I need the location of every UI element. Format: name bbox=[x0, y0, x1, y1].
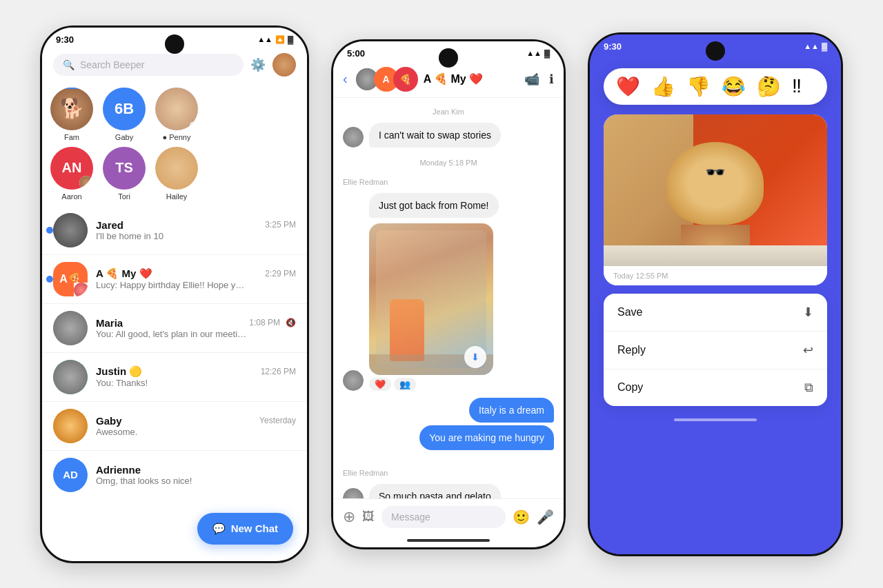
story-fam-label: Fam bbox=[64, 133, 79, 141]
chat-name-jared: Jared bbox=[96, 219, 123, 231]
context-reply[interactable]: Reply ↩ bbox=[604, 332, 827, 369]
story-aaron-label: Aaron bbox=[61, 192, 81, 201]
header-title: A 🍕 My ❤️ bbox=[424, 72, 484, 85]
chat-preview-adrienne: Omg, that looks so nice! bbox=[96, 476, 248, 486]
phone-1: 9:30 ▲▲ 🔼 ▓ 🔍 Search Beeper ⚙️ 🐕 bbox=[40, 26, 309, 563]
story-gaby-initials: 6B bbox=[115, 100, 134, 118]
reaction-heart[interactable]: ❤️ bbox=[616, 75, 640, 98]
story-aaron-dot bbox=[86, 183, 93, 190]
reaction-thumbsdown[interactable]: 👎 bbox=[686, 75, 711, 98]
msg-bubble-italy: Italy is a dream bbox=[469, 398, 554, 423]
chat-info-adrienne: Adrienne Omg, that looks so nice! bbox=[96, 464, 296, 486]
chat-name-gaby: Gaby bbox=[96, 415, 122, 427]
battery-icon: ▓ bbox=[288, 35, 293, 43]
signal-icon-3: ▲▲ bbox=[804, 42, 819, 50]
chat-info-justin: Justin 🟡 12:26 PM You: Thanks! bbox=[96, 365, 296, 388]
msg-row-2: Just got back from Rome! ⬇ ❤️ 👥 bbox=[343, 193, 554, 391]
reaction-exclaim[interactable]: ‼️ bbox=[792, 75, 802, 97]
dog-photo: 🕶️ bbox=[604, 114, 827, 266]
reaction-thumbsup[interactable]: 👍 bbox=[651, 75, 675, 98]
chat-info-jared: Jared 3:25 PM I'll be home in 10 bbox=[96, 219, 296, 241]
status-icons-1: ▲▲ 🔼 ▓ bbox=[257, 35, 293, 44]
phone-2: 5:00 ▲▲ ▓ ‹ A 🍕 A 🍕 My ❤️ 📹 bbox=[331, 39, 566, 549]
sender-avatar-1 bbox=[343, 127, 364, 148]
chat-header-info: A 🍕 A 🍕 My ❤️ bbox=[355, 67, 517, 92]
sender-name-3: Ellie Redman bbox=[343, 469, 554, 477]
copy-label: Copy bbox=[617, 381, 643, 394]
story-tori[interactable]: TS Tori bbox=[103, 147, 146, 201]
reaction-thinking[interactable]: 🤔 bbox=[757, 75, 781, 98]
context-save[interactable]: Save ⬇ bbox=[604, 294, 827, 332]
chat-item-maria[interactable]: Maria 1:08 PM 🔇 You: All good, let's pla… bbox=[42, 304, 307, 353]
story-gaby-label: Gaby bbox=[115, 133, 133, 141]
signal-icon: ▲▲ bbox=[257, 35, 272, 43]
back-button[interactable]: ‹ bbox=[343, 71, 348, 87]
story-penny-dot bbox=[190, 122, 197, 129]
sender-avatar-2 bbox=[343, 370, 364, 391]
heart-reaction: ❤️ bbox=[369, 378, 391, 391]
chat-time-justin: 12:26 PM bbox=[261, 367, 296, 376]
photo-message-3: 🕶️ Today 12:55 PM bbox=[604, 114, 827, 285]
chat-item-jared[interactable]: Jared 3:25 PM I'll be home in 10 bbox=[42, 206, 307, 255]
read-time: Read 5:23 PM bbox=[510, 454, 554, 462]
story-hailey[interactable]: Hailey bbox=[155, 147, 198, 201]
story-hailey-label: Hailey bbox=[166, 192, 188, 201]
photo-message: ⬇ ❤️ 👥 bbox=[369, 223, 499, 391]
unread-dot-agroup bbox=[46, 276, 53, 283]
welcome-bubble: Welcome toblue bubbles! bbox=[50, 88, 93, 89]
battery-icon-3: ▓ bbox=[822, 42, 827, 50]
chat-item-justin[interactable]: Justin 🟡 12:26 PM You: Thanks! bbox=[42, 353, 307, 402]
photo-timestamp: Today 12:55 PM bbox=[604, 266, 827, 285]
status-time-3: 9:30 bbox=[604, 41, 622, 52]
download-button[interactable]: ⬇ bbox=[464, 346, 486, 368]
new-chat-icon: 💬 bbox=[212, 523, 226, 535]
stories-row-1: 🐕 Welcome toblue bubbles! Fam 6B Gaby ● … bbox=[42, 82, 307, 147]
chat-time-gaby: Yesterday bbox=[259, 416, 296, 425]
chat-name-maria: Maria bbox=[96, 317, 123, 329]
emoji-button[interactable]: 🙂 bbox=[513, 509, 530, 525]
add-button[interactable]: ⊕ bbox=[343, 508, 355, 526]
status-time-1: 9:30 bbox=[56, 34, 74, 45]
story-gaby[interactable]: 6B Gaby bbox=[103, 88, 146, 141]
chat-item-adrienne[interactable]: AD Adrienne Omg, that looks so nice! bbox=[42, 451, 307, 499]
msg-bubble-3: So much pasta and gelato bbox=[369, 484, 501, 498]
chat-preview-justin: You: Thanks! bbox=[96, 378, 248, 388]
battery-icon-2: ▓ bbox=[544, 49, 550, 57]
header-avatar-group: A 🍕 bbox=[355, 67, 418, 92]
wifi-icon: 🔼 bbox=[275, 35, 285, 44]
status-icons-2: ▲▲ ▓ bbox=[526, 49, 550, 57]
search-icon: 🔍 bbox=[63, 59, 75, 70]
reaction-laugh[interactable]: 😂 bbox=[722, 75, 746, 98]
user-avatar[interactable] bbox=[272, 53, 296, 77]
sticker-button[interactable]: 🖼 bbox=[362, 509, 375, 524]
video-icon[interactable]: 📹 bbox=[524, 72, 539, 87]
phone-3: 9:30 ▲▲ ▓ ❤️ 👍 👎 😂 🤔 ‼️ bbox=[588, 32, 843, 556]
story-penny[interactable]: ● Penny bbox=[155, 88, 198, 141]
save-label: Save bbox=[617, 306, 642, 318]
mic-button[interactable]: 🎤 bbox=[537, 509, 554, 525]
chat-list: Jared 3:25 PM I'll be home in 10 A🍕 bbox=[42, 206, 307, 499]
notch-3 bbox=[706, 41, 725, 61]
save-icon: ⬇ bbox=[803, 305, 813, 320]
reply-icon: ↩ bbox=[803, 343, 813, 358]
message-input[interactable]: Message bbox=[381, 506, 506, 528]
new-chat-button[interactable]: 💬 New Chat bbox=[197, 513, 293, 545]
story-fam[interactable]: 🐕 Welcome toblue bubbles! Fam bbox=[50, 88, 93, 141]
mute-icon-maria: 🔇 bbox=[286, 318, 296, 327]
search-placeholder: Search Beeper bbox=[80, 59, 144, 70]
notch-2 bbox=[439, 48, 458, 68]
chat-item-gaby[interactable]: Gaby Yesterday Awesome. bbox=[42, 402, 307, 451]
context-copy[interactable]: Copy ⧉ bbox=[604, 369, 827, 406]
msg-row-italy: Italy is a dream You are making me hungr… bbox=[343, 398, 554, 462]
chat-input-bar: ⊕ 🖼 Message 🙂 🎤 bbox=[333, 498, 564, 535]
info-icon[interactable]: ℹ bbox=[549, 72, 554, 87]
settings-icon[interactable]: ⚙️ bbox=[250, 57, 266, 72]
home-indicator-3 bbox=[674, 418, 757, 421]
search-input-wrap[interactable]: 🔍 Search Beeper bbox=[53, 54, 244, 76]
header-icons: 📹 ℹ bbox=[524, 72, 554, 87]
signal-icon-2: ▲▲ bbox=[526, 49, 542, 57]
chat-item-agroup[interactable]: A🍕 A 🍕 My ❤️ 2:29 PM Lucy: Happy birthda… bbox=[42, 255, 307, 304]
reaction-row: ❤️ 👥 bbox=[369, 378, 499, 391]
story-aaron[interactable]: AN Aaron bbox=[50, 147, 93, 201]
chat-preview-agroup: Lucy: Happy birthday Ellie!! Hope you've… bbox=[96, 280, 248, 290]
